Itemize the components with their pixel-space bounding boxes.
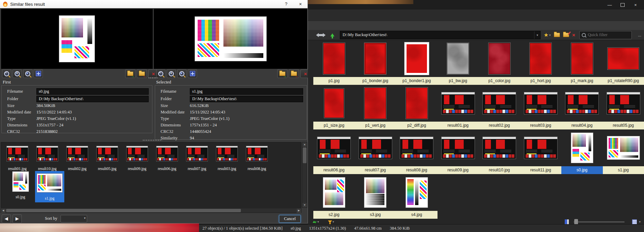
- list-item[interactable]: result03.jpg: [212, 145, 242, 171]
- file-item[interactable]: [561, 43, 603, 74]
- strip-splitter-handle[interactable]: [143, 140, 162, 141]
- file-name-label[interactable]: p1_rotateR90.jpg: [603, 77, 644, 85]
- chevron-down-icon[interactable]: ▾: [333, 220, 334, 223]
- pane-splitter-handle[interactable]: [149, 77, 158, 78]
- new-folder-button[interactable]: [554, 33, 560, 37]
- help-button[interactable]: ?: [280, 0, 292, 8]
- file-name-label[interactable]: p1_size.jpg: [313, 122, 355, 129]
- forward-icon[interactable]: [323, 33, 326, 37]
- scroll-right-icon[interactable]: ▶: [297, 208, 301, 213]
- file-name-label[interactable]: p1_mark.jpg: [561, 77, 603, 85]
- file-name-label[interactable]: result04.jpg: [561, 122, 603, 129]
- file-name-label[interactable]: result08.jpg: [396, 166, 437, 174]
- fit-window-button[interactable]: [188, 69, 197, 78]
- file-item[interactable]: [603, 48, 644, 69]
- list-item[interactable]: result02.jpg: [62, 145, 92, 171]
- file-item[interactable]: [561, 133, 603, 163]
- zoom-select-button[interactable]: [177, 69, 186, 78]
- scroll-left-icon[interactable]: ◀: [1, 208, 5, 213]
- file-name-label[interactable]: p1.jpg: [313, 77, 355, 85]
- zoom-out-button[interactable]: [2, 69, 11, 78]
- file-name-label[interactable]: result09.jpg: [437, 166, 479, 174]
- filter-funnel-icon[interactable]: [328, 220, 332, 223]
- list-item[interactable]: s0.jpg: [6, 171, 35, 199]
- close-button[interactable]: ×: [295, 0, 306, 8]
- file-item[interactable]: [313, 43, 355, 74]
- file-name-label[interactable]: result11.jpg: [520, 166, 562, 174]
- file-item[interactable]: [396, 42, 437, 75]
- window-close-button[interactable]: ×: [629, 0, 642, 10]
- file-name-label[interactable]: p2_diff.jpg: [396, 122, 437, 129]
- file-item[interactable]: [396, 88, 437, 119]
- list-item[interactable]: result08.jpg: [242, 145, 272, 171]
- file-item[interactable]: [313, 89, 355, 118]
- file-name-label[interactable]: p1_color.jpg: [479, 77, 520, 85]
- file-name-label[interactable]: result05.jpg: [603, 122, 644, 129]
- minimize-button[interactable]: —: [603, 0, 616, 10]
- list-item[interactable]: result07.jpg: [182, 145, 212, 171]
- file-item[interactable]: [355, 177, 396, 207]
- file-name-label[interactable]: p1_bonder1.jpg: [396, 77, 437, 85]
- file-item[interactable]: [520, 92, 562, 114]
- copy-to-folder-button[interactable]: →: [277, 69, 287, 78]
- previous-pair-button[interactable]: ◀: [2, 214, 11, 223]
- zoom-select-button[interactable]: [23, 69, 32, 78]
- file-name-label[interactable]: s1.jpg: [603, 166, 644, 174]
- file-name-label[interactable]: s4.jpg: [396, 211, 437, 219]
- file-name-label[interactable]: p1_vert.jpg: [355, 122, 396, 129]
- file-item[interactable]: [603, 136, 644, 159]
- list-item[interactable]: result01.jpg: [2, 145, 32, 171]
- fit-window-button[interactable]: [34, 69, 43, 78]
- slider-knob[interactable]: [574, 219, 578, 225]
- file-item[interactable]: [396, 137, 437, 159]
- file-item[interactable]: [313, 137, 355, 159]
- file-item[interactable]: [479, 92, 520, 114]
- chevron-down-icon[interactable]: ▾: [639, 220, 641, 223]
- file-item[interactable]: [437, 43, 479, 74]
- view-mode-grid-icon[interactable]: [632, 219, 637, 224]
- file-name-label[interactable]: s2.jpg: [313, 211, 355, 219]
- file-name-label[interactable]: result03.jpg: [520, 122, 562, 129]
- scrollbar-thumb[interactable]: [303, 148, 307, 163]
- address-input[interactable]: D:\My Backup\Other\test\ ▾: [340, 31, 541, 39]
- file-item[interactable]: [313, 177, 355, 207]
- quick-filter-input[interactable]: [587, 32, 626, 38]
- file-name-label[interactable]: s0.jpg: [561, 166, 603, 174]
- file-item[interactable]: [437, 137, 479, 159]
- zoom-in-button[interactable]: [167, 69, 176, 78]
- chevron-down-icon[interactable]: ▾: [317, 220, 319, 223]
- file-name-label[interactable]: s3.jpg: [355, 211, 396, 219]
- edit-folder-button[interactable]: [563, 33, 569, 37]
- cancel-button[interactable]: Cancel: [279, 215, 301, 223]
- list-item[interactable]: result05.jpg: [92, 145, 122, 171]
- file-name-label[interactable]: result10.jpg: [479, 166, 520, 174]
- next-pair-button[interactable]: ▶: [13, 214, 22, 223]
- thumbnail-size-slider[interactable]: [574, 221, 625, 222]
- file-item[interactable]: [355, 43, 396, 74]
- favorites-button[interactable]: ★ ▾: [544, 32, 551, 38]
- strip-horizontal-scrollbar[interactable]: ◀ ▶: [1, 208, 301, 213]
- file-item[interactable]: [396, 177, 437, 207]
- copy-to-folder-button[interactable]: →: [125, 69, 135, 78]
- back-icon[interactable]: [316, 33, 319, 37]
- move-to-folder-button[interactable]: →: [289, 69, 299, 78]
- file-item[interactable]: [520, 43, 562, 74]
- file-name-label[interactable]: p1_bw.jpg: [437, 77, 479, 85]
- list-item[interactable]: s1.jpg: [35, 171, 64, 202]
- file-item[interactable]: [479, 137, 520, 159]
- delete-button[interactable]: ×: [572, 32, 575, 37]
- zoom-out-button[interactable]: [156, 69, 165, 78]
- list-item[interactable]: result06.jpg: [152, 145, 182, 171]
- scrollbar-thumb[interactable]: [6, 209, 241, 212]
- toolbar-overflow-button[interactable]: ...: [638, 32, 641, 38]
- file-item[interactable]: [561, 92, 603, 114]
- scroll-down-icon[interactable]: ▼: [302, 203, 307, 207]
- list-item[interactable]: result09.jpg: [122, 145, 152, 171]
- zoom-in-button[interactable]: [13, 69, 22, 78]
- strip-vertical-scrollbar[interactable]: ▲ ▼: [302, 142, 307, 208]
- file-item[interactable]: [520, 137, 562, 159]
- file-name-label[interactable]: result02.jpg: [479, 122, 520, 129]
- file-item[interactable]: [437, 92, 479, 114]
- file-name-label[interactable]: result06.jpg: [313, 166, 355, 174]
- scroll-up-icon[interactable]: ▲: [302, 142, 307, 147]
